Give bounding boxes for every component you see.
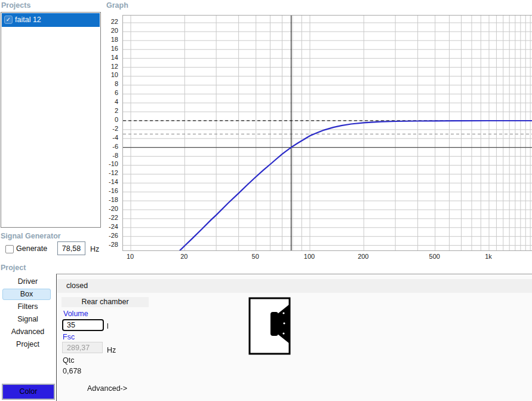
x-tick-100: 100	[304, 253, 315, 260]
menu-item-signal[interactable]: Signal	[0, 313, 56, 326]
y-tick--2: -2	[102, 125, 118, 132]
volume-label: Volume	[63, 310, 88, 318]
closed-box-diagram-image	[247, 296, 294, 358]
x-tick-20: 20	[180, 253, 187, 260]
y-tick-22: 22	[102, 18, 118, 25]
x-tick-50: 50	[252, 253, 259, 260]
x-tick-10: 10	[127, 253, 134, 260]
x-axis-tick-labels: 1020501002005001k	[122, 253, 532, 262]
volume-unit: l	[107, 322, 109, 330]
y-tick--20: -20	[102, 205, 118, 212]
project-checkbox-checked[interactable]: ✓	[4, 16, 13, 24]
y-tick--10: -10	[102, 160, 118, 167]
box-settings-panel: closed Rear chamber Volume l Fsc Hz Qtc …	[56, 274, 532, 401]
qtc-value: 0,678	[63, 367, 81, 375]
menu-item-filters[interactable]: Filters	[0, 301, 56, 313]
cone-dot	[282, 312, 284, 314]
color-button[interactable]: Color	[2, 384, 55, 400]
y-tick-12: 12	[102, 63, 118, 70]
frequency-response-plot[interactable]	[122, 15, 532, 251]
y-tick--16: -16	[102, 187, 118, 194]
generate-label: Generate	[16, 244, 47, 253]
y-tick-20: 20	[102, 27, 118, 34]
y-tick--18: -18	[102, 196, 118, 203]
cone-dot	[282, 332, 284, 334]
box-type-tab-closed[interactable]: closed	[57, 279, 532, 293]
advanced-link[interactable]: Advanced->	[87, 384, 127, 393]
y-tick-10: 10	[102, 71, 118, 78]
y-tick--8: -8	[102, 152, 118, 159]
menu-item-advanced[interactable]: Advanced	[0, 326, 56, 338]
y-tick--14: -14	[102, 178, 118, 185]
y-tick-14: 14	[102, 54, 118, 61]
app-window: Projects ✓ faital 12 Graph 2220181614121…	[0, 0, 532, 401]
rear-chamber-button[interactable]: Rear chamber	[61, 297, 149, 307]
fsc-input-disabled	[62, 342, 103, 353]
y-tick--4: -4	[102, 134, 118, 141]
menu-item-driver[interactable]: Driver	[0, 276, 56, 288]
qtc-label: Qtc	[63, 356, 74, 365]
projects-header: Projects	[1, 1, 30, 10]
y-tick--22: -22	[102, 214, 118, 221]
box-type-label: closed	[57, 281, 88, 290]
y-tick--26: -26	[102, 232, 118, 239]
y-tick-6: 6	[102, 89, 118, 96]
y-tick-8: 8	[102, 80, 118, 87]
generator-frequency-input[interactable]	[57, 241, 85, 255]
x-tick-200: 200	[358, 253, 368, 260]
menu-item-project[interactable]: Project	[0, 338, 56, 351]
cone-dot	[283, 322, 285, 324]
y-tick--6: -6	[102, 143, 118, 150]
fsc-label: Fsc	[63, 333, 75, 341]
x-tick-500: 500	[429, 253, 440, 260]
y-tick--12: -12	[102, 169, 118, 176]
graph-header: Graph	[106, 1, 128, 10]
speaker-magnet-icon	[270, 312, 278, 336]
y-tick-4: 4	[102, 98, 118, 105]
fsc-unit: Hz	[107, 346, 116, 354]
menu-item-box[interactable]: Box	[2, 289, 51, 300]
generator-frequency-unit: Hz	[90, 245, 99, 253]
y-tick-16: 16	[102, 45, 118, 52]
project-list-item[interactable]: ✓ faital 12	[2, 13, 100, 27]
signal-generator-header: Signal Generator	[1, 232, 61, 240]
x-tick-1k: 1k	[485, 253, 492, 260]
y-axis-tick-labels: 2220181614121086420-2-4-6-8-10-12-14-16-…	[102, 15, 120, 251]
y-tick-0: 0	[102, 116, 118, 123]
y-tick--28: -28	[102, 241, 118, 248]
project-menu: DriverBoxFiltersSignalAdvancedProject	[0, 276, 56, 351]
y-tick-2: 2	[102, 107, 118, 114]
project-item-label: faital 12	[15, 13, 41, 27]
generate-checkbox-unchecked[interactable]	[5, 245, 14, 253]
response-curve	[167, 121, 532, 251]
volume-input[interactable]	[62, 319, 104, 331]
y-tick--24: -24	[102, 223, 118, 230]
projects-list[interactable]: ✓ faital 12	[1, 12, 101, 228]
project-header: Project	[1, 264, 26, 272]
y-tick-18: 18	[102, 36, 118, 43]
